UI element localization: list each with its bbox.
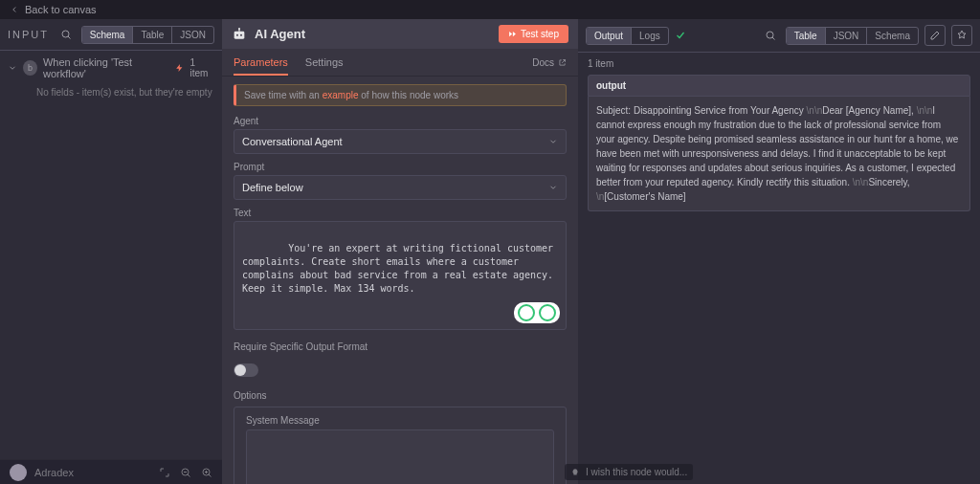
- node-editor-panel: AI Agent Test step Parameters Settings D…: [222, 19, 578, 484]
- output-panel: Output Logs Table JSON Schema 1 item: [578, 19, 980, 484]
- test-step-button[interactable]: Test step: [499, 25, 568, 43]
- assist-icon: [518, 304, 535, 321]
- node-order-badge: b: [23, 60, 37, 76]
- bolt-icon: [175, 63, 184, 73]
- zoom-in-icon[interactable]: [201, 467, 212, 478]
- options-label: Options: [234, 390, 567, 401]
- docs-link[interactable]: Docs: [532, 57, 567, 68]
- output-column-header: output: [588, 75, 970, 97]
- output-viewtab-json[interactable]: JSON: [826, 28, 868, 44]
- require-format-toggle[interactable]: [234, 363, 258, 377]
- input-title: INPUT: [8, 29, 51, 40]
- expand-icon[interactable]: [159, 467, 170, 478]
- svg-point-0: [62, 31, 69, 37]
- robot-icon: [232, 27, 247, 42]
- agent-label: Agent: [234, 116, 567, 126]
- output-item-count: 1 item: [578, 53, 980, 75]
- grammar-icons[interactable]: [514, 302, 560, 323]
- input-item-count: 1 item: [190, 57, 215, 78]
- grammar-check-icon: [539, 304, 556, 321]
- user-bar: Adradex: [0, 459, 222, 484]
- back-label: Back to canvas: [25, 4, 97, 15]
- prompt-select[interactable]: Define below: [234, 175, 567, 200]
- node-tabs: Parameters Settings Docs: [222, 49, 578, 77]
- output-view-tabs: Table JSON Schema: [786, 27, 919, 45]
- zoom-out-icon[interactable]: [180, 467, 191, 478]
- output-mode-tabs: Output Logs: [586, 27, 669, 45]
- system-message-input[interactable]: [246, 429, 554, 484]
- output-header: Output Logs Table JSON Schema: [578, 19, 980, 53]
- output-viewtab-schema[interactable]: Schema: [867, 28, 918, 44]
- parameters-body: Save time with an example of how this no…: [222, 77, 578, 484]
- input-empty-message: No fields - item(s) exist, but they're e…: [0, 85, 222, 105]
- tab-settings[interactable]: Settings: [305, 49, 344, 76]
- chevron-down-icon: [548, 183, 558, 192]
- back-to-canvas[interactable]: Back to canvas: [0, 0, 980, 20]
- text-label: Text: [234, 208, 567, 218]
- output-tab-output[interactable]: Output: [587, 28, 632, 44]
- node-title: AI Agent: [255, 27, 491, 41]
- svg-rect-1: [234, 31, 245, 38]
- edit-output-button[interactable]: [924, 25, 946, 46]
- text-input[interactable]: You're an expert at writing fictional cu…: [234, 221, 567, 330]
- agent-select[interactable]: Conversational Agent: [234, 129, 567, 154]
- node-header: AI Agent Test step: [222, 19, 578, 49]
- success-check-icon: [675, 30, 686, 41]
- svg-point-4: [238, 28, 240, 30]
- input-trigger-label: When clicking 'Test workflow': [43, 56, 169, 79]
- example-link[interactable]: example: [323, 90, 359, 100]
- output-body: output Subject: Disappointing Service fr…: [578, 75, 980, 484]
- require-format-label: Require Specific Output Format: [234, 341, 368, 352]
- output-tab-logs[interactable]: Logs: [632, 28, 668, 44]
- feedback-button[interactable]: I wish this node would...: [565, 464, 693, 480]
- output-cell[interactable]: Subject: Disappointing Service from Your…: [588, 97, 970, 211]
- back-arrow-icon: [10, 5, 19, 14]
- pin-output-button[interactable]: [951, 25, 972, 46]
- input-header: INPUT Schema Table JSON: [0, 19, 222, 51]
- username: Adradex: [34, 467, 74, 478]
- svg-point-6: [767, 32, 773, 38]
- input-item-row[interactable]: b When clicking 'Test workflow' 1 item: [0, 51, 222, 85]
- tip-banner: Save time with an example of how this no…: [234, 84, 567, 106]
- input-search-button[interactable]: [56, 25, 76, 44]
- prompt-label: Prompt: [234, 162, 567, 172]
- require-format-row: Require Specific Output Format: [234, 341, 567, 352]
- output-viewtab-table[interactable]: Table: [787, 28, 826, 44]
- svg-point-3: [240, 33, 242, 35]
- input-tab-table[interactable]: Table: [133, 27, 172, 43]
- input-tab-json[interactable]: JSON: [172, 27, 213, 43]
- output-search-button[interactable]: [761, 26, 780, 45]
- system-message-label: System Message: [246, 415, 554, 426]
- input-view-tabs: Schema Table JSON: [81, 26, 214, 44]
- chevron-down-icon: [8, 63, 17, 73]
- tab-parameters[interactable]: Parameters: [234, 49, 288, 76]
- options-box: System Message: [234, 407, 567, 484]
- input-panel: INPUT Schema Table JSON b When clicking …: [0, 19, 222, 484]
- input-tab-schema[interactable]: Schema: [82, 27, 134, 43]
- svg-point-2: [236, 33, 238, 35]
- chevron-down-icon: [548, 137, 558, 146]
- avatar[interactable]: [10, 464, 27, 481]
